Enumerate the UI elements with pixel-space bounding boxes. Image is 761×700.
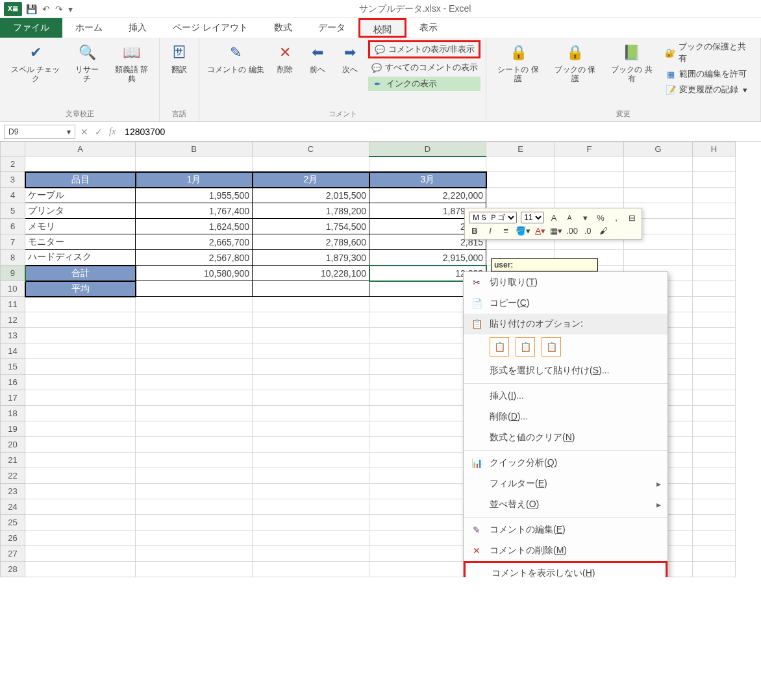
spellcheck-button[interactable]: ✔スペル チェック xyxy=(5,40,66,85)
col-head-b[interactable]: B xyxy=(136,142,253,156)
delete-comment-button[interactable]: ✕削除 xyxy=(271,40,299,75)
row-head[interactable]: 4 xyxy=(1,188,25,203)
cell[interactable]: 1,789,200 xyxy=(253,203,369,219)
row-head[interactable]: 19 xyxy=(1,421,25,437)
row-head[interactable]: 8 xyxy=(1,250,25,266)
cell[interactable]: 1,624,500 xyxy=(136,219,253,234)
row-head[interactable]: 25 xyxy=(1,515,25,531)
align-icon[interactable]: ≡ xyxy=(500,226,512,236)
row-head[interactable]: 22 xyxy=(1,468,25,484)
cell[interactable]: 2,915,000 xyxy=(369,250,486,266)
row-head[interactable]: 9 xyxy=(1,266,25,281)
percent-icon[interactable]: % xyxy=(595,213,606,223)
row-head[interactable]: 16 xyxy=(1,375,25,390)
border-icon[interactable]: ▦▾ xyxy=(550,226,562,236)
col-head-a[interactable]: A xyxy=(25,142,136,156)
cell[interactable]: 2,015,500 xyxy=(253,188,369,203)
cell[interactable]: 2,665,700 xyxy=(136,234,253,250)
row-head[interactable]: 26 xyxy=(1,531,25,546)
col-head-g[interactable]: G xyxy=(624,142,693,156)
allow-range-button[interactable]: ▦範囲の編集を許可 xyxy=(662,68,755,81)
tab-view[interactable]: 表示 xyxy=(406,18,451,38)
row-head[interactable]: 17 xyxy=(1,390,25,406)
protect-sheet-button[interactable]: 🔒シートの 保護 xyxy=(492,40,544,85)
qat-custom-icon[interactable]: ▾ xyxy=(68,4,73,14)
paste-icon[interactable]: 📋 xyxy=(490,337,509,356)
row-head[interactable]: 6 xyxy=(1,219,25,234)
menu-clear[interactable]: 数式と値のクリア(N) xyxy=(464,427,667,448)
menu-sort[interactable]: 並べ替え(O)▸ xyxy=(464,494,667,515)
row-head[interactable]: 14 xyxy=(1,344,25,359)
name-box[interactable]: D9▾ xyxy=(4,125,75,139)
share-book-button[interactable]: 📗ブックの 共有 xyxy=(605,40,658,85)
inc-decimal-icon[interactable]: .00 xyxy=(566,226,578,236)
row-head[interactable]: 23 xyxy=(1,484,25,499)
col-head-e[interactable]: E xyxy=(486,142,555,156)
menu-delete-comment[interactable]: ✕コメントの削除(M) xyxy=(464,540,667,561)
tab-file[interactable]: ファイル xyxy=(0,18,62,38)
cell[interactable]: メモリ xyxy=(25,219,136,234)
row-head[interactable]: 15 xyxy=(1,359,25,375)
font-select[interactable]: ＭＳ Ｐゴ xyxy=(469,212,517,223)
row-head[interactable]: 5 xyxy=(1,203,25,219)
save-icon[interactable]: 💾 xyxy=(26,4,37,14)
toggle-comment-button[interactable]: 💬コメントの表示/非表示 xyxy=(368,40,481,58)
show-all-comments-button[interactable]: 💬すべてのコメントの表示 xyxy=(368,61,481,74)
col-head-f[interactable]: F xyxy=(555,142,624,156)
cancel-formula-icon[interactable]: ✕ xyxy=(81,127,88,137)
row-head[interactable]: 20 xyxy=(1,437,25,453)
format-painter-icon[interactable]: 🖌 xyxy=(597,226,609,236)
tab-layout[interactable]: ページ レイアウト xyxy=(160,18,261,38)
bold-icon[interactable]: B xyxy=(469,226,480,236)
cell[interactable]: ハードディスク xyxy=(25,250,136,266)
row-head[interactable]: 18 xyxy=(1,406,25,421)
track-changes-button[interactable]: 📝変更履歴の記録 ▾ xyxy=(662,83,755,96)
cell[interactable]: 1,955,500 xyxy=(136,188,253,203)
select-all-corner[interactable] xyxy=(1,142,25,156)
row-head[interactable]: 28 xyxy=(1,562,25,577)
research-button[interactable]: 🔍リサーチ xyxy=(69,40,105,85)
menu-cut[interactable]: ✂切り取り(T) xyxy=(464,272,667,293)
paste-picture-icon[interactable]: 📋 xyxy=(542,337,561,356)
cell[interactable]: 1,879,300 xyxy=(253,250,369,266)
formula-input[interactable] xyxy=(121,125,757,139)
row-head[interactable]: 3 xyxy=(1,172,25,188)
row-head[interactable]: 2 xyxy=(1,156,25,172)
font-size-select[interactable]: 11 xyxy=(521,212,544,223)
accept-formula-icon[interactable]: ✓ xyxy=(95,127,103,137)
cell[interactable]: 2,789,600 xyxy=(253,234,369,250)
row-head[interactable]: 11 xyxy=(1,297,25,312)
cell[interactable]: 10,580,900 xyxy=(136,266,253,281)
menu-hide-comment[interactable]: コメントを表示しない(H) xyxy=(464,561,667,577)
font-color-icon[interactable]: A▾ xyxy=(534,226,546,236)
menu-insert[interactable]: 挿入(I)... xyxy=(464,386,667,406)
cell[interactable]: プリンタ xyxy=(25,203,136,219)
grow-font-icon[interactable]: A xyxy=(548,213,560,223)
next-comment-button[interactable]: ➡次へ xyxy=(336,40,364,75)
menu-quick-analysis[interactable]: 📊クイック分析(Q) xyxy=(464,453,667,473)
col-head-c[interactable]: C xyxy=(253,142,369,156)
menu-paste-special[interactable]: 形式を選択して貼り付け(S)... xyxy=(464,360,667,381)
comma-icon[interactable]: , xyxy=(610,213,622,223)
thesaurus-button[interactable]: 📖類義語 辞典 xyxy=(109,40,155,85)
tab-home[interactable]: ホーム xyxy=(62,18,116,38)
translate-button[interactable]: 🈂翻訳 xyxy=(165,40,193,75)
cell[interactable]: 1,754,500 xyxy=(253,219,369,234)
undo-icon[interactable]: ↶ xyxy=(42,4,50,14)
cell[interactable]: 2,567,800 xyxy=(136,250,253,266)
show-ink-button[interactable]: ✒インクの表示 xyxy=(368,77,481,91)
cell[interactable]: 10,228,100 xyxy=(253,266,369,281)
fill-color-icon[interactable]: 🪣▾ xyxy=(516,226,530,236)
menu-edit-comment[interactable]: ✎コメントの編集(E) xyxy=(464,519,667,540)
dec-decimal-icon[interactable]: .0 xyxy=(582,226,593,236)
shrink-font-icon[interactable]: A xyxy=(564,214,575,221)
menu-copy[interactable]: 📄コピー(C) xyxy=(464,293,667,314)
col-head-d[interactable]: D xyxy=(369,142,486,156)
cell[interactable]: 2,220,000 xyxy=(369,188,486,203)
menu-filter[interactable]: フィルター(E)▸ xyxy=(464,473,667,494)
worksheet[interactable]: A B C D E F G H 2 3 品目 1月 2月 3月 4 ケーブル 1… xyxy=(0,142,761,577)
styles-icon[interactable]: ▾ xyxy=(579,213,591,223)
merge-icon[interactable]: ⊟ xyxy=(626,213,638,223)
row-head[interactable]: 12 xyxy=(1,312,25,328)
tab-review[interactable]: 校閲 xyxy=(358,18,406,38)
